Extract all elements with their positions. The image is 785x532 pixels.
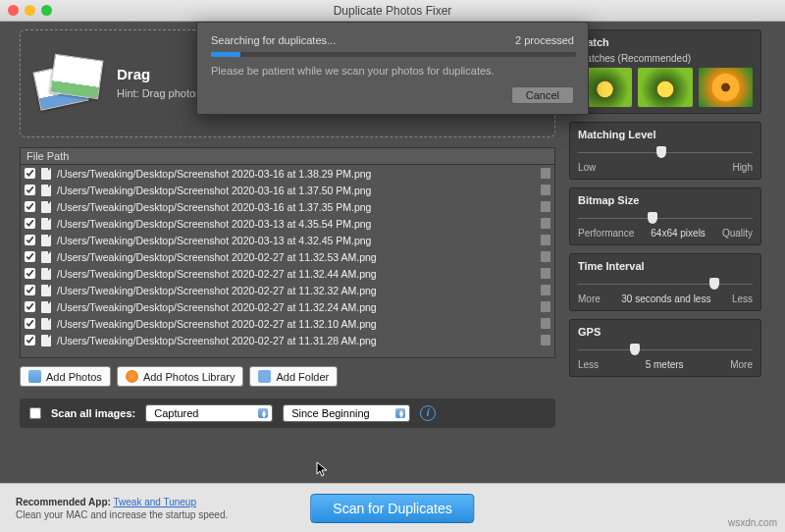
table-row[interactable]: /Users/Tweaking/Desktop/Screenshot 2020-… xyxy=(21,298,554,315)
row-checkbox[interactable] xyxy=(25,201,35,212)
table-row[interactable]: /Users/Tweaking/Desktop/Screenshot 2020-… xyxy=(21,232,554,248)
add-photos-library-button[interactable]: Add Photos Library xyxy=(117,366,244,387)
progress-bar xyxy=(211,52,240,57)
row-checkbox[interactable] xyxy=(25,168,35,179)
titlebar: Duplicate Photos Fixer xyxy=(0,0,785,22)
trash-icon[interactable] xyxy=(541,268,550,279)
file-icon xyxy=(41,301,51,313)
trash-icon[interactable] xyxy=(541,335,550,346)
scan-for-duplicates-button[interactable]: Scan for Duplicates xyxy=(310,494,474,523)
file-icon xyxy=(41,218,51,230)
watermark: wsxdn.com xyxy=(728,517,777,528)
row-checkbox[interactable] xyxy=(25,335,35,346)
scan-all-label: Scan all images: xyxy=(51,407,135,419)
row-checkbox[interactable] xyxy=(25,251,35,262)
file-icon xyxy=(41,168,51,180)
table-row[interactable]: /Users/Tweaking/Desktop/Screenshot 2020-… xyxy=(21,182,554,198)
row-checkbox[interactable] xyxy=(25,218,35,229)
file-path: /Users/Tweaking/Desktop/Screenshot 2020-… xyxy=(57,285,535,296)
folder-icon xyxy=(258,370,271,383)
table-row[interactable]: /Users/Tweaking/Desktop/Screenshot 2020-… xyxy=(21,282,554,298)
photo-icon xyxy=(28,370,41,383)
cursor-icon xyxy=(316,461,330,479)
trash-icon[interactable] xyxy=(541,318,550,329)
captured-select[interactable]: Captured▴▾ xyxy=(145,404,273,422)
since-select[interactable]: Since Beginning▴▾ xyxy=(283,404,410,422)
scan-options-bar: Scan all images: Captured▴▾ Since Beginn… xyxy=(20,399,555,428)
library-icon xyxy=(126,370,138,383)
row-checkbox[interactable] xyxy=(25,268,35,279)
file-path: /Users/Tweaking/Desktop/Screenshot 2020-… xyxy=(57,235,535,246)
file-icon xyxy=(41,235,51,246)
footer: Recommended App: Tweak and Tuneup Clean … xyxy=(0,483,785,532)
file-path: /Users/Tweaking/Desktop/Screenshot 2020-… xyxy=(57,251,535,263)
time-interval-section: Time Interval More30 seconds and lessLes… xyxy=(569,253,761,311)
info-icon[interactable]: i xyxy=(420,405,436,421)
table-row[interactable]: /Users/Tweaking/Desktop/Screenshot 2020-… xyxy=(21,332,554,348)
gps-slider[interactable] xyxy=(578,344,753,357)
file-path: /Users/Tweaking/Desktop/Screenshot 2020-… xyxy=(57,318,535,330)
trash-icon[interactable] xyxy=(541,168,550,179)
matching-level-section: Matching Level LowHigh xyxy=(569,122,761,180)
trash-icon[interactable] xyxy=(541,285,550,295)
row-checkbox[interactable] xyxy=(25,235,35,245)
add-photos-button[interactable]: Add Photos xyxy=(20,366,111,387)
table-row[interactable]: /Users/Tweaking/Desktop/Screenshot 2020-… xyxy=(21,248,554,265)
row-checkbox[interactable] xyxy=(25,318,35,329)
trash-icon[interactable] xyxy=(541,301,550,312)
trash-icon[interactable] xyxy=(541,235,550,245)
table-row[interactable]: /Users/Tweaking/Desktop/Screenshot 2020-… xyxy=(21,198,554,215)
file-icon xyxy=(41,268,51,280)
trash-icon[interactable] xyxy=(541,185,550,195)
file-list-header: File Path xyxy=(20,147,555,164)
file-path: /Users/Tweaking/Desktop/Screenshot 2020-… xyxy=(57,218,535,230)
file-path: /Users/Tweaking/Desktop/Screenshot 2020-… xyxy=(57,301,535,313)
file-icon xyxy=(41,251,51,263)
file-path: /Users/Tweaking/Desktop/Screenshot 2020-… xyxy=(57,335,535,346)
progress-status: Searching for duplicates... xyxy=(211,34,336,46)
file-icon xyxy=(41,185,51,196)
progress-dialog: Searching for duplicates... 2 processed … xyxy=(196,22,589,115)
row-checkbox[interactable] xyxy=(25,285,35,295)
scan-all-checkbox[interactable] xyxy=(29,407,41,419)
progress-hint: Please be patient while we scan your pho… xyxy=(211,65,574,77)
file-icon xyxy=(41,335,51,346)
trash-icon[interactable] xyxy=(541,201,550,212)
file-icon xyxy=(41,201,51,213)
row-checkbox[interactable] xyxy=(25,301,35,312)
match-thumb-3[interactable] xyxy=(699,68,753,107)
table-row[interactable]: /Users/Tweaking/Desktop/Screenshot 2020-… xyxy=(21,215,554,232)
table-row[interactable]: /Users/Tweaking/Desktop/Screenshot 2020-… xyxy=(21,315,554,332)
photos-stack-icon xyxy=(34,49,103,118)
table-row[interactable]: /Users/Tweaking/Desktop/Screenshot 2020-… xyxy=(21,165,554,182)
add-folder-button[interactable]: Add Folder xyxy=(249,366,338,387)
table-row[interactable]: /Users/Tweaking/Desktop/Screenshot 2020-… xyxy=(21,265,554,282)
progress-count: 2 processed xyxy=(515,34,574,46)
row-checkbox[interactable] xyxy=(25,185,35,195)
bitmap-size-slider[interactable] xyxy=(578,212,753,226)
file-path: /Users/Tweaking/Desktop/Screenshot 2020-… xyxy=(57,268,535,280)
window-title: Duplicate Photos Fixer xyxy=(0,4,785,18)
bitmap-size-section: Bitmap Size Performance64x64 pixelsQuali… xyxy=(569,187,761,245)
recommended-app: Recommended App: Tweak and Tuneup Clean … xyxy=(16,496,228,521)
matching-level-slider[interactable] xyxy=(578,146,753,160)
time-interval-slider[interactable] xyxy=(578,278,753,292)
file-path: /Users/Tweaking/Desktop/Screenshot 2020-… xyxy=(57,168,535,180)
trash-icon[interactable] xyxy=(541,251,550,262)
match-thumb-2[interactable] xyxy=(638,68,692,107)
file-icon xyxy=(41,318,51,330)
file-path: /Users/Tweaking/Desktop/Screenshot 2020-… xyxy=(57,201,535,213)
trash-icon[interactable] xyxy=(541,218,550,229)
gps-section: GPS Less5 metersMore xyxy=(569,319,761,377)
file-icon xyxy=(41,285,51,296)
match-section: Match Matches (Recommended) xyxy=(569,29,761,114)
file-path: /Users/Tweaking/Desktop/Screenshot 2020-… xyxy=(57,185,535,196)
file-list[interactable]: /Users/Tweaking/Desktop/Screenshot 2020-… xyxy=(20,164,555,358)
cancel-button[interactable]: Cancel xyxy=(511,86,574,104)
recommended-link[interactable]: Tweak and Tuneup xyxy=(113,497,196,507)
